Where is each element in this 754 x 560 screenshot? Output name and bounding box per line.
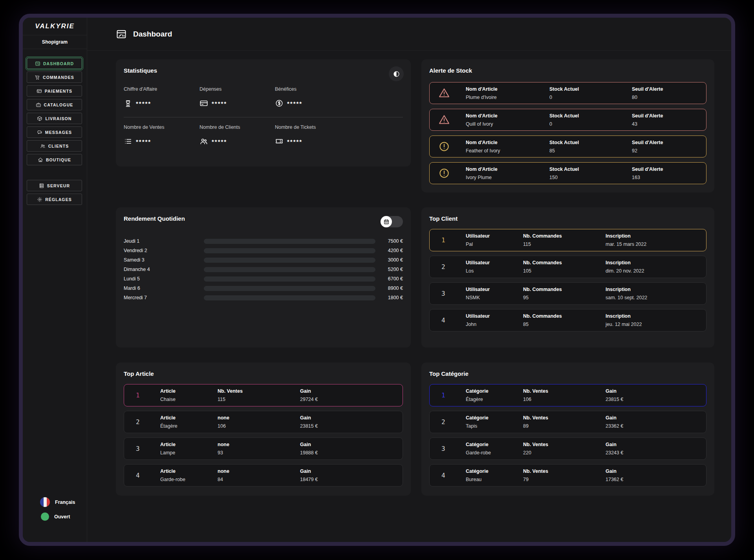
eye-contrast-icon — [393, 70, 400, 78]
sidebar-item-label: LIVRAISON — [45, 116, 71, 121]
app-logo: VALKYRIE — [35, 22, 75, 30]
card-title: Top Catégorie — [429, 370, 706, 377]
sidebar-item-livraison[interactable]: LIVRAISON — [27, 113, 82, 124]
cell-label: Gain — [606, 388, 706, 394]
cell-value: 29724 € — [300, 397, 403, 402]
sidebar-item-commandes[interactable]: COMMANDES — [27, 71, 82, 83]
sidebar-item-label: CLIENTS — [48, 144, 69, 148]
sidebar-item-dashboard[interactable]: DASHBOARD — [27, 58, 82, 69]
top-article-card: Top Article 1 ArticleChaise Nb. Ventes11… — [116, 362, 411, 496]
cell-value: Plume d'Ivoire — [466, 95, 549, 100]
bar-value: 7500 € — [375, 238, 403, 244]
cell-label: Stock Actuel — [549, 86, 632, 92]
cell-value: 23815 € — [606, 397, 706, 402]
cell-label: Catégorie — [466, 415, 523, 421]
cell-value: John — [466, 322, 523, 327]
cell-value: 106 — [523, 397, 606, 402]
cell-label: Gain — [300, 415, 403, 421]
cart-icon — [35, 75, 40, 80]
sidebar-item-serveur[interactable]: SERVEUR — [27, 180, 82, 191]
briefcase-icon — [36, 102, 41, 108]
sidebar-item-messages[interactable]: MESSAGES — [27, 126, 82, 138]
rank-number: 1 — [130, 392, 160, 399]
cell-label: Article — [160, 442, 218, 447]
warning-triangle-icon — [438, 87, 450, 99]
app-window: VALKYRIE Shopigram DASHBOARD COMMANDES P… — [19, 14, 735, 546]
status-label: Ouvert — [54, 514, 70, 520]
bar-row: Mercredi 71800 € — [124, 294, 403, 301]
card-title: Top Article — [124, 370, 403, 377]
table-row: 4 UtilisateurJohn Nb. Commandes85 Inscri… — [429, 309, 706, 331]
stat-label: Bénéfices — [275, 86, 403, 92]
warning-triangle-icon — [438, 114, 450, 126]
top-article-rows: 1 ArticleChaise Nb. Ventes115 Gain29724 … — [124, 384, 403, 487]
alert-rows: Nom d'ArticlePlume d'Ivoire Stock Actuel… — [429, 82, 706, 184]
cell-label: Seuil d'Alerte — [632, 113, 706, 119]
credit-card-icon — [37, 88, 42, 94]
language-selector[interactable]: Français — [40, 497, 87, 507]
sidebar-item-label: COMMANDES — [43, 75, 74, 80]
cell-value: Étagère — [160, 423, 218, 429]
cell-value: 150 — [549, 175, 632, 180]
sidebar-item-clients[interactable]: CLIENTS — [27, 140, 82, 152]
sidebar-item-label: DASHBOARD — [43, 61, 74, 66]
table-row: 4 CatégorieBureau Nb. Ventes79 Gain17362… — [429, 464, 706, 487]
stat-value: ***** — [287, 138, 302, 145]
cell-label: Gain — [606, 415, 706, 421]
sidebar-item-reglages[interactable]: RÉGLAGES — [27, 194, 82, 205]
cell-label: Nb. Commandes — [523, 233, 606, 239]
toggle-knob — [381, 216, 392, 227]
cell-label: Gain — [300, 442, 403, 447]
bar-track — [204, 248, 375, 253]
sidebar-item-catalogue[interactable]: CATALOGUE — [27, 99, 82, 110]
users-icon — [199, 137, 208, 146]
sidebar-item-paiements[interactable]: PAIEMENTS — [27, 85, 82, 97]
cell-value: 106 — [218, 423, 300, 429]
rank-number: 2 — [130, 418, 160, 426]
cell-label: Catégorie — [466, 388, 523, 394]
stat-grid-row2: Nombre de Ventes ***** Nombre de Clients… — [124, 124, 403, 147]
cell-value: 80 — [632, 95, 706, 100]
cell-label: Nb. Ventes — [523, 415, 606, 421]
cell-value: Chaise — [160, 397, 218, 402]
toggle-visibility-button[interactable] — [389, 66, 404, 81]
bar-label: Lundi 5 — [124, 276, 204, 282]
cell-label: Inscription — [606, 287, 706, 292]
cell-value: 95 — [523, 295, 606, 300]
cell-label: Nb. Ventes — [523, 442, 606, 447]
cell-value: 89 — [523, 423, 606, 429]
bar-track — [204, 286, 375, 291]
server-status: Ouvert — [40, 512, 87, 521]
cell-label: Nb. Ventes — [523, 468, 606, 474]
cell-value: 93 — [218, 450, 300, 456]
cell-value: 84 — [218, 477, 300, 482]
cell-label: Nom d'Article — [466, 140, 549, 145]
sidebar-item-label: BOUTIQUE — [46, 157, 71, 162]
logo-row: VALKYRIE — [23, 18, 87, 35]
bar-row: Jeudi 17500 € — [124, 238, 403, 245]
cell-label: Utilisateur — [466, 260, 523, 265]
table-row: 1 CatégorieÉtagère Nb. Ventes106 Gain238… — [429, 384, 706, 406]
sidebar: VALKYRIE Shopigram DASHBOARD COMMANDES P… — [23, 18, 87, 542]
cell-value: 163 — [632, 175, 706, 180]
cell-label: Gain — [606, 442, 706, 447]
cell-value: 0 — [549, 121, 632, 127]
cell-value: Garde-robe — [160, 477, 218, 482]
sidebar-item-label: RÉGLAGES — [45, 197, 72, 202]
cell-label: Stock Actuel — [549, 113, 632, 119]
dashboard-icon — [116, 29, 127, 40]
chat-icon — [37, 130, 42, 135]
cell-value: Pal — [466, 242, 523, 247]
calendar-view-toggle[interactable] — [381, 216, 403, 227]
cell-value: 23362 € — [606, 423, 706, 429]
sidebar-footer: Français Ouvert — [23, 497, 87, 542]
language-label: Français — [55, 500, 75, 505]
daily-performance-card: Rendement Quotidien Jeudi 17500 € Vendre… — [116, 207, 411, 348]
cell-label: Inscription — [606, 260, 706, 265]
shop-home-icon — [38, 157, 43, 163]
cell-label: none — [218, 468, 300, 474]
bar-value: 1800 € — [375, 295, 403, 300]
table-row: 3 UtilisateurNSMK Nb. Commandes95 Inscri… — [429, 282, 706, 305]
sidebar-item-boutique[interactable]: BOUTIQUE — [27, 154, 82, 165]
cell-value: Garde-robe — [466, 450, 523, 456]
